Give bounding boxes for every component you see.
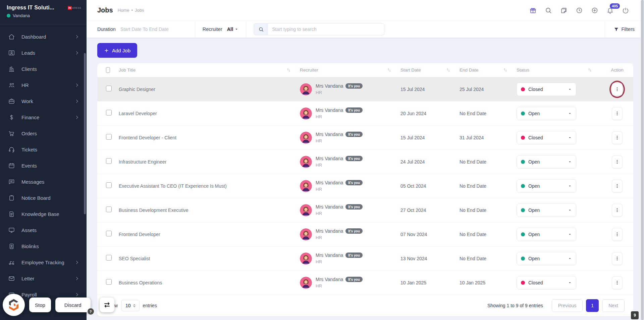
column-header-recruiter[interactable]: Recruiter <box>300 67 400 73</box>
column-header-status[interactable]: Status <box>517 67 601 73</box>
avatar[interactable] <box>300 253 312 265</box>
sidebar-item-letter[interactable]: Letter <box>0 270 87 286</box>
job-title-cell[interactable]: Laravel Developer <box>119 111 300 116</box>
row-checkbox[interactable] <box>106 207 112 212</box>
sidebar-item-events[interactable]: Events <box>0 157 87 174</box>
job-title-cell[interactable]: Infrastructure Engineer <box>119 159 300 165</box>
power-icon[interactable] <box>622 7 629 14</box>
bell-icon[interactable]: 405 <box>606 7 614 14</box>
avatar[interactable] <box>300 107 312 120</box>
filters-button[interactable]: Filters <box>605 21 635 38</box>
search-input[interactable] <box>268 27 384 32</box>
row-checkbox[interactable] <box>106 110 112 116</box>
sort-icon[interactable] <box>503 67 508 73</box>
row-checkbox[interactable] <box>106 86 112 91</box>
sort-icon[interactable] <box>286 67 291 73</box>
avatar[interactable] <box>300 180 312 192</box>
avatar[interactable] <box>300 228 312 240</box>
sidebar-item-knowledge-base[interactable]: Knowledge Base <box>0 206 87 222</box>
avatar[interactable] <box>300 132 312 144</box>
row-actions-button[interactable] <box>612 228 623 241</box>
job-title-cell[interactable]: Executive Assistant To CEO (IT Experienc… <box>119 183 300 189</box>
recruiter-dropdown[interactable]: All <box>227 27 239 32</box>
scrollbar-thumb[interactable] <box>641 0 644 320</box>
row-checkbox[interactable] <box>106 255 112 261</box>
current-page-button[interactable]: 1 <box>586 299 599 312</box>
quick-add-icon[interactable] <box>591 7 598 14</box>
select-all-checkbox[interactable] <box>106 67 110 73</box>
sort-icon[interactable] <box>387 67 392 73</box>
status-dropdown[interactable]: Closed <box>517 276 576 289</box>
discard-button[interactable]: Discard <box>55 298 91 312</box>
status-dropdown[interactable]: Open <box>517 155 576 169</box>
column-header-job-title[interactable]: Job Title <box>119 67 300 73</box>
status-dropdown[interactable]: Closed <box>517 131 576 144</box>
job-title-cell[interactable]: Graphic Designer <box>119 87 300 92</box>
history-icon[interactable] <box>576 7 583 14</box>
sidebar-item-messages[interactable]: Messages <box>0 174 87 190</box>
row-checkbox[interactable] <box>106 134 112 140</box>
sidebar-item-clients[interactable]: Clients <box>0 61 87 77</box>
swap-button[interactable] <box>100 298 114 312</box>
sidebar-item-assets[interactable]: Assets <box>0 222 87 238</box>
next-page-button[interactable]: Next <box>602 299 625 312</box>
column-header-end-date[interactable]: End Date <box>460 67 517 73</box>
breadcrumb-home[interactable]: Home <box>118 8 129 13</box>
job-title-cell[interactable]: SEO Specialist <box>119 256 300 261</box>
avatar[interactable] <box>300 156 312 168</box>
row-actions-button[interactable] <box>612 131 623 144</box>
duration-range-input[interactable] <box>120 27 187 32</box>
sort-icon[interactable] <box>587 67 592 73</box>
gift-icon[interactable] <box>529 7 537 14</box>
row-actions-button[interactable] <box>612 83 623 96</box>
status-dropdown[interactable]: Open <box>517 179 576 193</box>
user-row[interactable]: Vandana <box>7 13 54 18</box>
row-checkbox[interactable] <box>106 279 112 285</box>
row-actions-button[interactable] <box>612 204 623 217</box>
row-actions-button[interactable] <box>612 252 623 265</box>
org-name[interactable]: Ingress IT Soluti... <box>7 5 54 11</box>
stop-button[interactable]: Stop <box>29 298 51 312</box>
job-title-cell[interactable]: Business Development Executive <box>119 208 300 213</box>
avatar[interactable] <box>300 204 312 216</box>
sidebar-item-tickets[interactable]: Tickets <box>0 141 87 157</box>
status-dropdown[interactable]: Open <box>517 203 576 217</box>
sidebar-item-orders[interactable]: Orders <box>0 125 87 141</box>
job-title-cell[interactable]: Frontend Developer <box>119 232 300 237</box>
row-actions-button[interactable] <box>612 180 623 192</box>
avatar[interactable] <box>300 277 312 289</box>
status-dropdown[interactable]: Open <box>517 252 576 265</box>
sidebar-item-work[interactable]: Work <box>0 93 87 109</box>
page-scrollbar[interactable] <box>641 0 644 320</box>
row-actions-button[interactable] <box>612 276 623 289</box>
sidebar-item-dashboard[interactable]: Dashboard <box>0 29 87 45</box>
job-title-cell[interactable]: Frontend Developer - Client <box>119 135 300 140</box>
status-dropdown[interactable]: Open <box>517 228 576 241</box>
help-badge[interactable]: ? <box>88 308 94 315</box>
avatar[interactable] <box>300 83 312 95</box>
search-icon[interactable] <box>545 7 552 14</box>
job-title-cell[interactable]: Business Operations <box>119 280 300 285</box>
sidebar-item-employee-tracking[interactable]: Employee Tracking <box>0 254 87 270</box>
corner-count-badge[interactable]: 9 <box>631 311 639 319</box>
add-job-button[interactable]: Add Job <box>97 43 137 58</box>
row-checkbox[interactable] <box>106 231 112 236</box>
row-actions-button[interactable] <box>612 107 623 120</box>
sort-icon[interactable] <box>446 67 451 73</box>
row-actions-button[interactable] <box>612 155 623 168</box>
previous-page-button[interactable]: Previous <box>552 299 583 312</box>
row-checkbox[interactable] <box>106 182 112 188</box>
column-header-start-date[interactable]: Start Date <box>400 67 460 73</box>
notes-icon[interactable] <box>560 7 568 14</box>
sidebar-item-biolinks[interactable]: Biolinks <box>0 238 87 254</box>
app-logo[interactable] <box>3 294 25 316</box>
sidebar-item-hr[interactable]: HR <box>0 77 87 93</box>
page-size-select[interactable]: 10 <box>121 300 140 311</box>
sidebar-item-finance[interactable]: Finance <box>0 109 87 125</box>
sidebar-item-leads[interactable]: Leads <box>0 45 87 61</box>
sidebar-item-notice-board[interactable]: Notice Board <box>0 190 87 206</box>
row-checkbox[interactable] <box>106 158 112 164</box>
status-dropdown[interactable]: Closed <box>517 83 576 96</box>
status-dropdown[interactable]: Open <box>517 107 576 120</box>
sidebar-scrollbar[interactable] <box>84 53 86 214</box>
